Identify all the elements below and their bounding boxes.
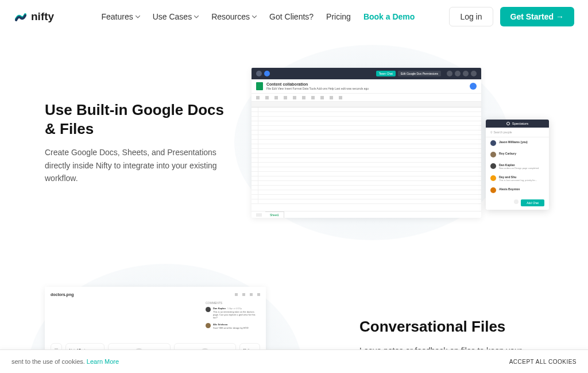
panel-header: Spectators: [486, 120, 549, 128]
toolbar-icon: [256, 96, 260, 99]
sheet-footer: Sheet1: [252, 211, 481, 218]
nav-book-demo[interactable]: Book a Demo: [363, 12, 415, 21]
cookie-text: sent to the use of cookies. Learn More: [11, 358, 119, 365]
google-docs-mockup: Team Chat Edit Google Doc Permissions Co…: [252, 68, 481, 218]
add-icon: [514, 199, 519, 204]
sheet-row: [252, 153, 481, 158]
sheet-row: [252, 172, 481, 176]
add-chat-button: Add Chat: [521, 199, 544, 206]
column-headers: [252, 102, 481, 107]
project-icon: [264, 71, 270, 76]
gdocs-toolbar: [252, 94, 481, 102]
sheet-row: [252, 130, 481, 135]
nav-got-clients[interactable]: Got Clients?: [269, 12, 314, 21]
sheet-body: [252, 102, 481, 211]
sheet-row: [252, 140, 481, 144]
nav-resources[interactable]: Resources: [211, 12, 257, 21]
toolbar-icon: [311, 96, 315, 99]
sheets-icon: [256, 82, 263, 90]
panel-person: Day and Shu This is last comment log, pr…: [486, 172, 549, 184]
avatar: [490, 175, 496, 181]
panel-person: Roy Carbury: [486, 149, 549, 160]
panel-person: Alexis Boynton: [486, 184, 549, 196]
action-icon: [242, 293, 245, 296]
sheet-row: [252, 158, 481, 163]
panel-footer: Add Chat: [486, 196, 549, 210]
comment: Dan Kaplan 5 Apr at 4:00p This is an int…: [206, 307, 260, 320]
user-avatar: [470, 83, 477, 90]
nav-features[interactable]: Features: [101, 12, 140, 21]
sheet-row: [252, 195, 481, 199]
sheet-row: [252, 121, 481, 126]
sheet-row: [252, 126, 481, 130]
login-button[interactable]: Log in: [449, 7, 493, 26]
sheet-row: [252, 107, 481, 112]
sheet-row: [252, 117, 481, 121]
topbar-icon: [455, 71, 461, 76]
header: nifty Features Use Cases Resources Got C…: [0, 0, 588, 33]
chevron-down-icon: [136, 16, 140, 18]
avatar: [490, 187, 496, 193]
image-column: Team Chat Edit Google Doc Permissions Co…: [252, 68, 543, 218]
nav-pricing[interactable]: Pricing: [326, 12, 351, 21]
text-column: Use Built-in Google Docs & Files Create …: [45, 101, 229, 184]
page-content: Use Built-in Google Docs & Files Create …: [0, 68, 588, 373]
sheet-row: [252, 135, 481, 140]
file-title: doctors.png: [51, 293, 74, 297]
get-started-button[interactable]: Get Started →: [500, 7, 574, 26]
file-header: doctors.png: [51, 293, 260, 297]
nifty-logo-icon: [14, 10, 28, 24]
sheet-row: [252, 199, 481, 204]
nav: Features Use Cases Resources Got Clients…: [101, 12, 415, 21]
sheet-row: [252, 167, 481, 172]
toolbar-icon: [284, 96, 287, 99]
topbar-icon: [447, 71, 452, 76]
avatar: [206, 307, 211, 312]
topbar-icon: [471, 71, 477, 76]
logo[interactable]: nifty: [14, 10, 54, 24]
section-heading: Conversational Files: [359, 317, 543, 336]
edit-permissions-button: Edit Google Doc Permissions: [398, 71, 441, 76]
action-icon: [257, 293, 260, 296]
eye-icon: [506, 122, 510, 125]
toolbar-icon: [302, 96, 305, 99]
cookie-learn-more-link[interactable]: Learn More: [87, 358, 119, 365]
sheet-row: [252, 181, 481, 186]
home-icon: [256, 71, 262, 76]
header-actions: Log in Get Started →: [449, 7, 574, 26]
topbar-icon: [463, 71, 469, 76]
chevron-down-icon: [194, 16, 199, 18]
add-sheet-icon: [256, 213, 262, 217]
toolbar-icon: [265, 96, 269, 99]
arrow-right-icon: →: [556, 12, 564, 21]
logo-text: nifty: [31, 10, 54, 23]
section-body: Create Google Docs, Sheets, and Presenta…: [45, 146, 229, 184]
toolbar-icon: [330, 96, 333, 99]
sheet-row: [252, 176, 481, 181]
action-icon: [235, 293, 238, 296]
team-chat-button: Team Chat: [376, 71, 396, 76]
panel-person: Dan Kaplan New orders on Design page com…: [486, 160, 549, 172]
panel-person: Jason Williams (you): [486, 137, 549, 149]
gdocs-header: Content collaboration File Edit View Ins…: [252, 79, 481, 94]
doc-menu: File Edit View Insert Format Data Tools …: [266, 87, 466, 90]
sheet-row: [252, 144, 481, 149]
cookie-banner: sent to the use of cookies. Learn More A…: [0, 349, 588, 373]
sheet-row: [252, 112, 481, 117]
section-google-docs: Use Built-in Google Docs & Files Create …: [45, 68, 543, 218]
nav-use-cases[interactable]: Use Cases: [153, 12, 199, 21]
toolbar-icon: [274, 96, 278, 99]
comment: Alix Srivkova Sure! Will send the design…: [206, 323, 260, 329]
comments-label: COMMENTS: [206, 301, 260, 305]
comments-area: COMMENTS Dan Kaplan 5 Apr at 4:00p This …: [51, 301, 260, 333]
sheet-row: [252, 186, 481, 190]
spectators-panel: Spectators ⚲ Search people Jason William…: [486, 120, 549, 210]
accept-cookies-button[interactable]: ACCEPT ALL COOKIES: [509, 359, 577, 365]
avatar: [490, 140, 496, 146]
avatar: [490, 163, 496, 169]
avatar: [206, 323, 211, 328]
action-icon: [250, 293, 253, 296]
panel-search: ⚲ Search people: [486, 128, 549, 137]
sheet-row: [252, 163, 481, 167]
app-topbar: Team Chat Edit Google Doc Permissions: [252, 68, 481, 79]
